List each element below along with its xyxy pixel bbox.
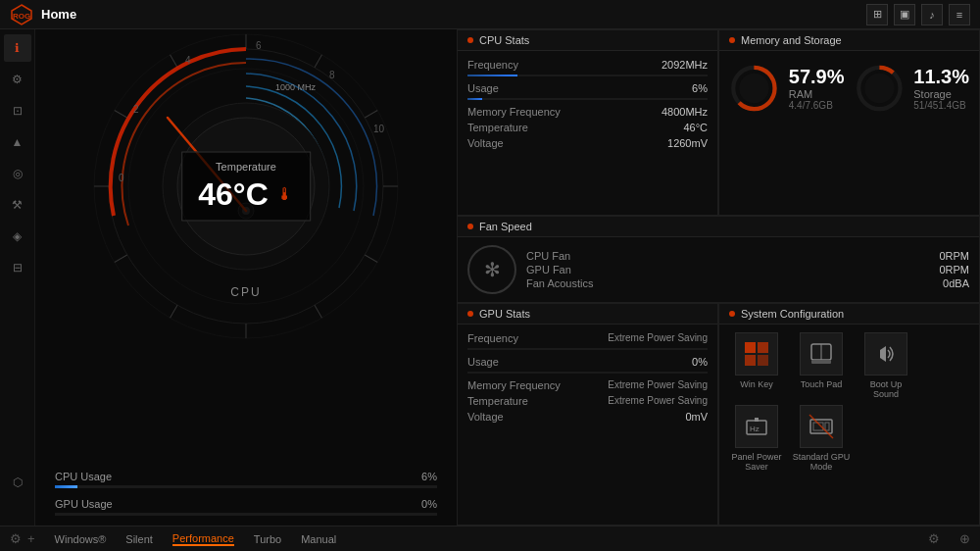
svg-rect-46 (755, 418, 759, 422)
config-item-touchpad[interactable]: Touch Pad (792, 332, 851, 399)
bottom-item-turbo[interactable]: Turbo (254, 533, 281, 545)
audio-button[interactable]: ♪ (921, 4, 943, 25)
powersaver-label: Panel Power Saver (727, 452, 786, 472)
cpu-usage-row: CPU Usage 6% (55, 471, 437, 488)
svg-line-7 (365, 111, 377, 119)
gpu-mode-icon (808, 413, 835, 440)
storage-gauge (855, 59, 905, 118)
gpu-usage-label: GPU Usage (55, 498, 113, 510)
bottom-item-silent[interactable]: Silent (125, 533, 153, 545)
gauge-area: 0 2 4 6 8 10 1000 MHz Temperature (35, 29, 457, 526)
svg-text:4: 4 (185, 55, 191, 66)
cpu-usage-value: 6% (421, 471, 437, 482)
ram-percent: 57.9% (789, 66, 845, 88)
storage-gauge-svg (855, 59, 905, 118)
bottom-item-manual[interactable]: Manual (301, 533, 336, 545)
monitor-button[interactable]: ▣ (894, 4, 915, 25)
fan-acoustics-label: Fan Acoustics (526, 277, 593, 289)
windows-icon (743, 340, 770, 368)
gpu-stats-header: GPU Stats (458, 304, 717, 325)
gpu-memfreq-label: Memory Frequency (467, 379, 561, 391)
gpu-usage-stat-bar (467, 372, 708, 374)
sidebar-item-shield[interactable]: ◈ (4, 223, 31, 250)
svg-line-12 (171, 305, 178, 318)
expand-icon[interactable]: ⊕ (959, 531, 970, 546)
cpu-usage-stat-label: Usage (467, 82, 499, 94)
svg-text:8: 8 (329, 70, 335, 80)
fan-acoustics-value: 0dBA (943, 277, 969, 289)
gpu-fan-value: 0RPM (939, 264, 969, 276)
memory-storage-content: 57.9% RAM 4.4/7.6GB 11.3% (719, 51, 979, 125)
memory-storage-header: Memory and Storage (719, 30, 979, 51)
cpu-usage-bar-fill (55, 485, 77, 488)
config-item-winkey[interactable]: Win Key (727, 332, 786, 399)
gpu-stats-panel: GPU Stats Frequency Extreme Power Saving… (457, 303, 718, 526)
cpu-stats-panel: CPU Stats Frequency 2092MHz Usage 6% (457, 29, 718, 216)
bootup-label: Boot Up Sound (857, 379, 915, 399)
storage-percent: 11.3% (913, 66, 969, 88)
memory-storage-panel: Memory and Storage 57.9% RAM (718, 29, 980, 216)
bottom-item-windows[interactable]: Windows® (55, 533, 107, 545)
gpu-usage-row: GPU Usage 0% (55, 498, 437, 516)
powersaver-icon-box: Hz (735, 405, 778, 448)
svg-rect-37 (745, 355, 756, 366)
cpu-freq-label: Frequency (467, 59, 518, 71)
cpu-voltage-value: 1260mV (667, 137, 708, 149)
sidebar-item-settings[interactable]: ⚙ (4, 66, 31, 93)
system-config-title: System Configuration (741, 308, 844, 320)
ram-info: 57.9% RAM 4.4/7.6GB (789, 66, 845, 111)
bottom-item-performance[interactable]: Performance (172, 532, 234, 546)
svg-rect-49 (825, 423, 829, 430)
sidebar-item-clipboard[interactable]: ⊟ (4, 254, 31, 281)
fan-speed-content: ✻ CPU Fan 0RPM GPU Fan 0RPM Fan Acoustic… (458, 237, 979, 302)
sidebar-item-tools[interactable]: ⚒ (4, 191, 31, 219)
cpu-freq-bar (467, 75, 708, 76)
cpu-freq-value: 2092MHz (662, 59, 708, 71)
power-saver-icon: Hz (743, 413, 770, 440)
memory-storage-dot (729, 37, 735, 43)
sidebar-item-performance[interactable]: ▲ (4, 128, 31, 156)
add-bottom-icon[interactable]: + (27, 531, 35, 546)
cpu-voltage-row: Voltage 1260mV (467, 135, 708, 151)
cpu-temp-label: Temperature (467, 122, 528, 133)
gpu-usage-stat-row: Usage 0% (467, 354, 708, 370)
config-item-powersaver[interactable]: Hz Panel Power Saver (727, 405, 786, 472)
cpu-memfreq-row: Memory Frequency 4800MHz (467, 104, 708, 120)
cpu-temp-row: Temperature 46°C (467, 120, 708, 135)
gpu-stats-dot (467, 311, 473, 317)
sidebar-item-power[interactable]: ⬡ (4, 469, 31, 496)
gpu-usage-value: 0% (421, 498, 437, 510)
gpu-memfreq-row: Memory Frequency Extreme Power Saving (467, 377, 708, 393)
settings-bottom-icon[interactable]: ⚙ (10, 531, 22, 546)
sidebar-item-camera[interactable]: ◎ (4, 160, 31, 187)
winkey-icon-box (735, 332, 778, 376)
svg-rect-36 (758, 342, 768, 353)
touchpad-label: Touch Pad (801, 379, 843, 389)
sidebar-item-display[interactable]: ⊡ (4, 97, 31, 125)
menu-button[interactable]: ≡ (949, 4, 970, 25)
sidebar: ℹ ⚙ ⊡ ▲ ◎ ⚒ ◈ ⊟ ⬡ (0, 29, 35, 526)
sidebar-item-info[interactable]: ℹ (4, 34, 31, 62)
ram-gauge-svg (729, 59, 779, 118)
cpu-fan-row: CPU Fan 0RPM (526, 249, 969, 263)
fan-stats: CPU Fan 0RPM GPU Fan 0RPM Fan Acoustics … (526, 249, 969, 290)
ram-gauge (729, 59, 779, 118)
svg-line-13 (115, 255, 127, 263)
grid-view-button[interactable]: ⊞ (866, 4, 888, 25)
gpu-usage-stat-value: 0% (692, 356, 708, 368)
gpu-temp-row: Temperature Extreme Power Saving (467, 393, 708, 409)
cpu-usage-stat-value: 6% (692, 82, 708, 94)
storage-info: 11.3% Storage 51/451.4GB (913, 66, 969, 111)
system-config-panel: System Configuration Win Key (718, 303, 980, 526)
temp-label: Temperature (198, 161, 294, 173)
svg-text:6: 6 (256, 40, 262, 51)
gauge-container: 0 2 4 6 8 10 1000 MHz Temperature (79, 29, 413, 353)
gpu-usage-stat-label: Usage (467, 356, 499, 368)
svg-point-34 (864, 74, 894, 103)
config-item-bootup[interactable]: Boot Up Sound (857, 332, 915, 399)
fan-settings-icon[interactable]: ⚙ (928, 531, 940, 546)
top-bar-left: ROG Home (10, 3, 76, 26)
config-item-gpu-mode[interactable]: Standard GPU Mode (792, 405, 851, 472)
usage-bars: CPU Usage 6% GPU Usage 0% (35, 471, 457, 526)
cpu-usage-bar-bg (55, 485, 437, 488)
